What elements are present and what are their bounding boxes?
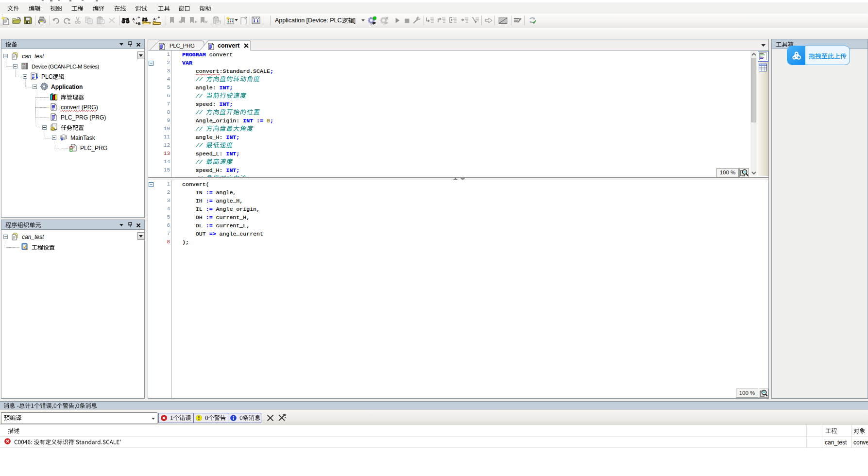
svg-text:B: B	[138, 21, 141, 25]
svg-text:A: A	[132, 17, 135, 21]
svg-text:A: A	[153, 17, 156, 21]
